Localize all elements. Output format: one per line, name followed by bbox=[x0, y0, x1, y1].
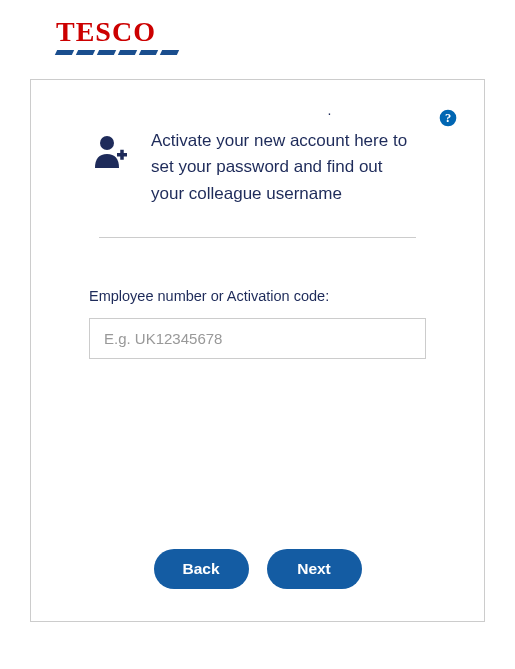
activation-instruction: Activate your new account here to set yo… bbox=[151, 128, 436, 207]
logo-area: TESCO bbox=[0, 0, 515, 67]
form-area: Employee number or Activation code: bbox=[79, 238, 436, 359]
header-row: Activate your new account here to set yo… bbox=[79, 128, 436, 237]
employee-number-label: Employee number or Activation code: bbox=[89, 288, 426, 304]
svg-text:?: ? bbox=[445, 111, 451, 125]
next-button[interactable]: Next bbox=[267, 549, 362, 589]
svg-point-2 bbox=[100, 136, 114, 150]
user-add-icon bbox=[93, 134, 129, 172]
svg-rect-4 bbox=[120, 150, 124, 160]
tesco-logo-dashes bbox=[56, 50, 178, 55]
content-area: Activate your new account here to set yo… bbox=[31, 80, 484, 619]
dot-indicator: . bbox=[328, 102, 332, 118]
back-button[interactable]: Back bbox=[154, 549, 249, 589]
tesco-logo-text: TESCO bbox=[56, 18, 178, 46]
employee-number-input[interactable] bbox=[89, 318, 426, 359]
main-panel: . ? Activate your new account here to se… bbox=[30, 79, 485, 622]
button-row: Back Next bbox=[79, 549, 436, 589]
help-icon[interactable]: ? bbox=[438, 108, 458, 128]
tesco-logo: TESCO bbox=[56, 18, 178, 55]
